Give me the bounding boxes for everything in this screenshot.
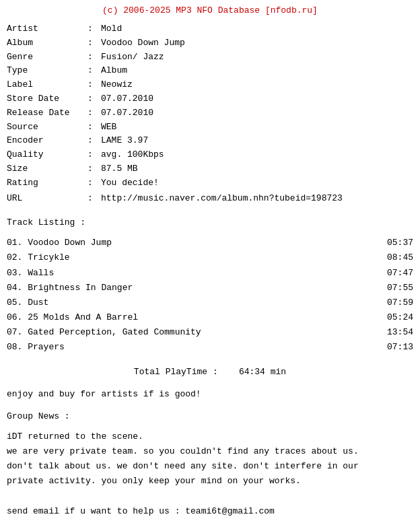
rating-label: Rating xyxy=(7,176,88,190)
source-sep: : xyxy=(88,120,101,135)
track-time: 07:13 xyxy=(373,340,413,355)
track-row: 03. Walls07:47 xyxy=(7,266,413,281)
track-title: 07. Gated Perception, Gated Community xyxy=(7,325,373,340)
album-row: Album : Voodoo Down Jump xyxy=(7,36,413,50)
group-news-line: we are very private team. so you couldn'… xyxy=(7,444,413,459)
track-list: 01. Voodoo Down Jump05:3702. Tricykle08:… xyxy=(7,236,413,355)
track-title: 01. Voodoo Down Jump xyxy=(7,236,373,250)
track-row: 04. Brightness In Danger07:55 xyxy=(7,281,413,295)
track-row: 02. Tricykle08:45 xyxy=(7,250,413,265)
release-date-sep: : xyxy=(88,106,101,120)
metadata-section: Artist : Mold Album : Voodoo Down Jump G… xyxy=(7,22,413,205)
encoder-label: Encoder xyxy=(7,134,88,148)
encoder-row: Encoder : LAME 3.97 xyxy=(7,134,413,148)
url-label: URL xyxy=(7,192,88,206)
size-value: 87.5 MB xyxy=(101,162,413,176)
album-label: Album xyxy=(7,36,88,50)
source-label: Source xyxy=(7,120,88,135)
type-value: Album xyxy=(101,64,413,78)
track-row: 06. 25 Molds And A Barrel05:24 xyxy=(7,310,413,325)
artist-value: Mold xyxy=(101,22,413,36)
quality-sep: : xyxy=(88,148,101,162)
genre-sep: : xyxy=(88,50,101,65)
track-time: 08:45 xyxy=(373,250,413,265)
group-news-line: iDT returned to the scene. xyxy=(7,429,413,444)
source-row: Source : WEB xyxy=(7,120,413,135)
quality-label: Quality xyxy=(7,148,88,162)
track-title: 08. Prayers xyxy=(7,340,373,355)
rating-row: Rating : You decide! xyxy=(7,176,413,190)
url-sep: : xyxy=(88,192,101,206)
type-label: Type xyxy=(7,64,88,78)
quality-value: avg. 100Kbps xyxy=(101,148,413,162)
group-news-title: Group News : xyxy=(7,411,413,421)
track-time: 07:59 xyxy=(373,295,413,310)
track-title: 02. Tricykle xyxy=(7,250,373,265)
artist-row: Artist : Mold xyxy=(7,22,413,36)
album-value: Voodoo Down Jump xyxy=(101,36,413,50)
enjoy-text: enjoy and buy for artists if is good! xyxy=(7,389,413,399)
encoder-value: LAME 3.97 xyxy=(101,134,413,148)
type-row: Type : Album xyxy=(7,64,413,78)
store-date-sep: : xyxy=(88,92,101,106)
track-time: 05:37 xyxy=(373,236,413,250)
track-time: 05:24 xyxy=(373,310,413,325)
group-news-line: don't talk about us. we don't need any s… xyxy=(7,459,413,474)
source-value: WEB xyxy=(101,120,413,135)
track-time: 07:47 xyxy=(373,266,413,281)
size-label: Size xyxy=(7,162,88,176)
store-date-row: Store Date : 07.07.2010 xyxy=(7,92,413,106)
url-value: http://music.naver.com/album.nhn?tubeid=… xyxy=(101,192,413,206)
track-time: 07:55 xyxy=(373,281,413,295)
track-time: 13:54 xyxy=(373,325,413,340)
store-date-label: Store Date xyxy=(7,92,88,106)
artist-sep: : xyxy=(88,22,101,36)
release-date-label: Release Date xyxy=(7,106,88,120)
album-sep: : xyxy=(88,36,101,50)
genre-value: Fusion/ Jazz xyxy=(101,50,413,65)
track-title: 06. 25 Molds And A Barrel xyxy=(7,310,373,325)
track-title: 04. Brightness In Danger xyxy=(7,281,373,295)
store-date-value: 07.07.2010 xyxy=(101,92,413,106)
label-value: Neowiz xyxy=(101,78,413,92)
artist-label: Artist xyxy=(7,22,88,36)
total-playtime: Total PlayTime : 64:34 min xyxy=(7,367,413,377)
group-news-body: iDT returned to the scene.we are very pr… xyxy=(7,429,413,519)
genre-row: Genre : Fusion/ Jazz xyxy=(7,50,413,65)
label-row: Label : Neowiz xyxy=(7,78,413,92)
track-row: 05. Dust07:59 xyxy=(7,295,413,310)
encoder-sep: : xyxy=(88,134,101,148)
label-sep: : xyxy=(88,78,101,92)
track-title: 03. Walls xyxy=(7,266,373,281)
label-label: Label xyxy=(7,78,88,92)
size-sep: : xyxy=(88,162,101,176)
track-row: 08. Prayers07:13 xyxy=(7,340,413,355)
quality-row: Quality : avg. 100Kbps xyxy=(7,148,413,162)
track-listing-title: Track Listing : xyxy=(7,217,413,228)
rating-sep: : xyxy=(88,176,101,190)
track-title: 05. Dust xyxy=(7,295,373,310)
size-row: Size : 87.5 MB xyxy=(7,162,413,176)
group-news-line: private activity. you only keep your min… xyxy=(7,474,413,489)
group-news-line xyxy=(7,489,413,503)
rating-value: You decide! xyxy=(101,176,413,190)
header-title: (c) 2006-2025 MP3 NFO Database [nfodb.ru… xyxy=(7,5,413,15)
group-news-line: send email if u want to help us : teami6… xyxy=(7,504,413,519)
genre-label: Genre xyxy=(7,50,88,65)
url-row: URL : http://music.naver.com/album.nhn?t… xyxy=(7,192,413,206)
track-row: 01. Voodoo Down Jump05:37 xyxy=(7,236,413,250)
release-date-row: Release Date : 07.07.2010 xyxy=(7,106,413,120)
release-date-value: 07.07.2010 xyxy=(101,106,413,120)
type-sep: : xyxy=(88,64,101,78)
track-row: 07. Gated Perception, Gated Community13:… xyxy=(7,325,413,340)
